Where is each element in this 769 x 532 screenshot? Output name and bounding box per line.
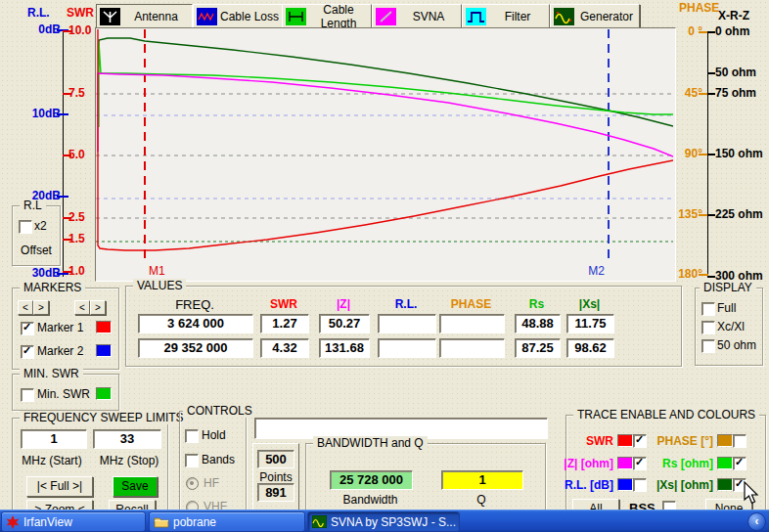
value-m2-z[interactable]: 131.68 bbox=[319, 338, 370, 358]
value-m2-phase[interactable] bbox=[439, 338, 505, 358]
marker1-next-button[interactable]: > bbox=[33, 300, 49, 315]
left-axis-swr-label: 5.0 bbox=[68, 149, 96, 161]
value-m1-phase[interactable] bbox=[439, 314, 505, 333]
filter-button[interactable]: Filter bbox=[462, 4, 550, 29]
q-label: Q bbox=[441, 493, 521, 507]
values-header-phase: PHASE bbox=[439, 297, 503, 311]
taskbar-item-pobrane-label: pobrane bbox=[173, 515, 216, 529]
display-full-checkbox[interactable] bbox=[701, 302, 715, 316]
freq-start-label: MHz (Start) bbox=[15, 454, 89, 467]
generator-button[interactable]: Generator bbox=[550, 4, 640, 29]
marker1-prev-button[interactable]: < bbox=[18, 300, 33, 315]
chart-plot-area[interactable]: M1M2 bbox=[95, 27, 676, 282]
marker1-checkbox[interactable] bbox=[21, 322, 34, 335]
cable-loss-icon bbox=[197, 8, 217, 25]
taskbar-item-pobrane[interactable]: pobrane bbox=[149, 511, 305, 532]
trace-swr-checkbox[interactable] bbox=[633, 434, 647, 448]
svna-button-label: SVNA bbox=[396, 10, 461, 23]
taskbar-item-svna[interactable]: SVNA by SP3SWJ - S... bbox=[307, 511, 460, 532]
bandwidth-value-field[interactable]: 25 728 000 bbox=[330, 470, 413, 490]
trace-phase-checkbox[interactable] bbox=[733, 434, 746, 448]
left-axis-db-label: 10dB bbox=[16, 108, 61, 120]
freq-stop-input[interactable]: 33 bbox=[93, 429, 161, 449]
points-current-field[interactable]: 891 bbox=[257, 483, 294, 502]
trace-rs-checkbox[interactable] bbox=[733, 457, 746, 470]
left-axis-swr-label: 7.5 bbox=[68, 87, 96, 100]
antenna-button[interactable]: Antenna bbox=[96, 4, 193, 29]
value-m1-rs[interactable]: 48.88 bbox=[515, 314, 561, 333]
left-axis-swr-label-tick bbox=[63, 271, 71, 273]
swr-axis-title: SWR bbox=[67, 6, 94, 20]
svg-text:M2: M2 bbox=[588, 264, 605, 278]
value-m2-rs[interactable]: 87.25 bbox=[515, 338, 561, 358]
svna-button[interactable]: SVNA bbox=[372, 4, 462, 29]
bands-checkbox[interactable] bbox=[185, 454, 199, 467]
antenna-icon bbox=[100, 8, 120, 25]
points-max-field[interactable]: 500 bbox=[257, 450, 294, 468]
left-axis-swr-label-tick bbox=[63, 155, 71, 156]
trace-phase-swatch[interactable] bbox=[717, 434, 733, 447]
trace-rs-label: Rs [ohm] bbox=[651, 457, 713, 470]
display-50ohm-checkbox[interactable] bbox=[701, 339, 715, 353]
right-axis-ohm-label: 225 ohm bbox=[715, 208, 768, 221]
hold-checkbox[interactable] bbox=[185, 429, 199, 443]
right-axis-ohm-label: 150 ohm bbox=[715, 148, 768, 160]
freq-start-input[interactable]: 1 bbox=[21, 429, 87, 449]
min-swr-color-swatch[interactable] bbox=[96, 387, 112, 400]
value-m2-rl[interactable] bbox=[378, 338, 436, 358]
rl-offset-label: Offset bbox=[13, 244, 60, 257]
trace-phase-label: PHASE [°] bbox=[651, 434, 713, 448]
left-axis-swr-label-tick bbox=[63, 93, 71, 95]
values-header-z: |Z| bbox=[319, 297, 368, 311]
svna-app-icon bbox=[312, 515, 327, 528]
value-m1-rl[interactable] bbox=[378, 314, 436, 333]
filter-button-label: Filter bbox=[486, 10, 549, 23]
trace-xs-swatch[interactable] bbox=[717, 478, 733, 491]
q-value-field[interactable]: 1 bbox=[441, 470, 523, 490]
cable-length-button[interactable]: Cable Length bbox=[282, 4, 372, 29]
points-label: Points bbox=[253, 470, 298, 484]
filter-icon bbox=[466, 8, 486, 25]
marker2-checkbox[interactable] bbox=[21, 345, 34, 359]
values-legend: VALUES bbox=[133, 279, 186, 292]
hf-radio[interactable] bbox=[186, 477, 199, 490]
left-axis-swr-label: 10.0 bbox=[68, 24, 96, 37]
trace-swr-swatch[interactable] bbox=[617, 434, 633, 447]
svg-text:M1: M1 bbox=[149, 264, 165, 278]
value-m1-z[interactable]: 50.27 bbox=[319, 314, 370, 333]
taskbar-collapse-button[interactable]: ‹ bbox=[747, 512, 766, 531]
left-axis-swr-label-tick bbox=[63, 239, 71, 241]
cable-loss-button[interactable]: Cable Loss bbox=[193, 4, 283, 29]
trace-rl-swatch[interactable] bbox=[617, 478, 633, 491]
rl-x2-checkbox[interactable] bbox=[19, 220, 32, 234]
marker2-prev-button[interactable]: < bbox=[74, 300, 90, 315]
values-group: VALUES FREQ. SWR |Z| R.L. PHASE Rs |Xs| … bbox=[125, 286, 682, 367]
irfanview-icon bbox=[6, 515, 20, 529]
hold-label: Hold bbox=[202, 428, 226, 442]
marker2-next-button[interactable]: > bbox=[90, 300, 106, 315]
value-m2-freq[interactable]: 29 352 000 bbox=[138, 338, 253, 358]
value-m1-swr[interactable]: 1.27 bbox=[260, 314, 309, 333]
display-xcxl-checkbox[interactable] bbox=[701, 321, 715, 334]
right-axis-ohm-label-tick bbox=[707, 276, 715, 278]
min-swr-checkbox[interactable] bbox=[21, 388, 34, 402]
trace-rs-swatch[interactable] bbox=[717, 457, 733, 469]
mouse-cursor bbox=[744, 481, 759, 505]
values-header-rl: R.L. bbox=[378, 297, 434, 311]
value-m2-xs[interactable]: 98.62 bbox=[566, 338, 614, 358]
marker2-color-swatch[interactable] bbox=[96, 344, 112, 357]
marker1-color-swatch[interactable] bbox=[96, 321, 112, 333]
right-axis-ohm-label-tick bbox=[707, 93, 715, 95]
value-m1-xs[interactable]: 11.75 bbox=[566, 314, 614, 333]
taskbar-item-irfanview[interactable]: IrfanView bbox=[1, 511, 146, 532]
left-axis-db-label: 0dB bbox=[16, 23, 61, 36]
full-span-button[interactable]: |< Full >| bbox=[26, 476, 93, 497]
save-button[interactable]: Save bbox=[113, 476, 158, 497]
trace-rl-checkbox[interactable] bbox=[633, 478, 647, 492]
left-axis-swr-label-tick bbox=[63, 30, 71, 32]
value-m2-swr[interactable]: 4.32 bbox=[260, 338, 309, 358]
value-m1-freq[interactable]: 3 624 000 bbox=[138, 314, 253, 333]
left-axis-swr-label: 1.5 bbox=[68, 233, 96, 245]
trace-z-checkbox[interactable] bbox=[633, 457, 647, 470]
trace-z-swatch[interactable] bbox=[617, 457, 633, 469]
